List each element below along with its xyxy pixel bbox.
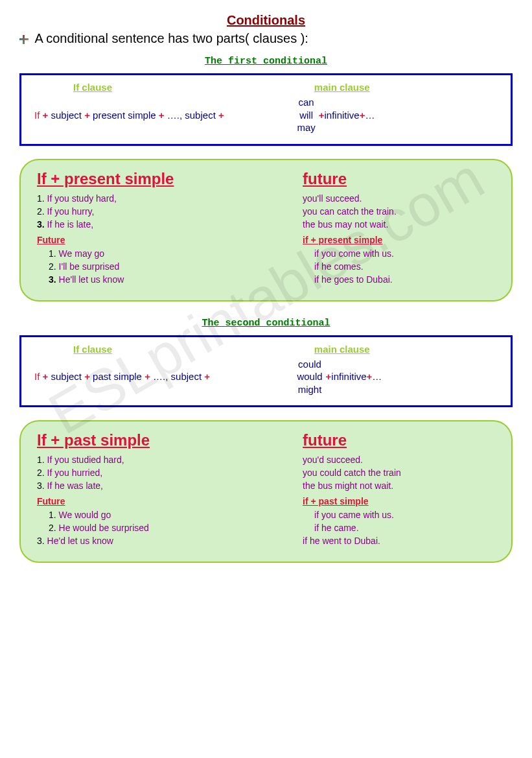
example-head-left: If + present simple — [37, 170, 303, 188]
intro-text: A conditional sentence has two parts( cl… — [34, 31, 308, 45]
row-num: 2. — [37, 468, 45, 478]
row-left: I'll be surprised — [59, 261, 120, 272]
formula-headers: If clause main clause — [34, 82, 498, 93]
modal-may: may — [297, 121, 315, 134]
example-head-right: future — [303, 170, 347, 188]
if-clause-label: If clause — [34, 344, 314, 355]
example-head-right: future — [303, 431, 347, 449]
row-right: if he came. — [314, 523, 358, 533]
modal-would: would — [297, 370, 322, 383]
plus-icon: + — [84, 110, 93, 121]
example-row: 3. He'll let us know if he goes to Dubai… — [37, 274, 495, 285]
row-right: you could catch the train — [303, 468, 401, 478]
formula-ellipsis: …., — [153, 371, 168, 382]
modal-can: can — [298, 96, 314, 109]
row-right: you'll succeed. — [303, 193, 362, 204]
formula-infinitive: infinitive — [331, 371, 366, 382]
section-heading-first: The first conditional — [19, 56, 513, 67]
row-left: If he was late, — [47, 480, 103, 491]
formula-headers: If clause main clause — [34, 344, 498, 355]
row-right: you can catch the train. — [303, 206, 397, 217]
formula-box-second: If clause main clause If + subject + pas… — [19, 335, 513, 408]
main-clause-label: main clause — [314, 82, 370, 93]
main-clause-label: main clause — [314, 344, 370, 355]
row-right: if you came with us. — [314, 510, 394, 520]
plus-icon: + — [159, 110, 167, 121]
row-num: 2. — [49, 523, 56, 533]
row-right: if he comes. — [314, 261, 363, 272]
row-left: He'll let us know — [59, 274, 124, 285]
page-title: Conditionals — [19, 13, 513, 28]
row-right: if he goes to Dubai. — [314, 274, 393, 285]
modal-might: might — [298, 383, 322, 396]
example-head-left: If + past simple — [37, 431, 303, 449]
example-headers: If + present simple future — [37, 170, 495, 188]
plus-icon: + — [43, 371, 51, 382]
formula-tense: present simple — [93, 110, 156, 121]
formula-infinitive: infinitive — [325, 110, 360, 121]
row-left: We may go — [59, 248, 105, 259]
example-row: 2. I'll be surprised if he comes. — [37, 261, 495, 272]
example-box-second: If + past simple future 1. If you studie… — [19, 420, 513, 563]
formula-subject2: subject — [171, 371, 202, 382]
example-row: 1. We would go if you came with us. — [37, 510, 495, 520]
row-right: the bus may not wait. — [303, 219, 388, 230]
example-row: 1. We may go if you come with us. — [37, 248, 495, 259]
formula-tense: past simple — [93, 371, 142, 382]
plus-icon: + — [204, 371, 210, 382]
formula-line: If + subject + present simple + …., subj… — [34, 96, 498, 134]
plus-icon: + — [145, 371, 153, 382]
row-right: if he went to Dubai. — [303, 536, 380, 546]
formula-subject: subject — [51, 371, 82, 382]
bullet-icon — [19, 35, 29, 44]
example-row: 3. He'd let us know if he went to Dubai. — [37, 536, 495, 546]
formula-subject: subject — [51, 110, 82, 121]
example-row: 3. If he was late, the bus might not wai… — [37, 480, 495, 491]
plus-icon: + — [326, 371, 332, 382]
row-num: 3. — [37, 219, 45, 230]
row-left: He would be surprised — [59, 523, 149, 533]
row-num: 2. — [37, 206, 45, 217]
formula-box-first: If clause main clause If + subject + pre… — [19, 73, 513, 146]
sub-head-left: Future — [37, 496, 303, 506]
example-row: 3. If he is late, the bus may not wait. — [37, 219, 495, 230]
intro-line: A conditional sentence has two parts( cl… — [19, 31, 513, 46]
formula-if: If — [34, 371, 40, 382]
example-row: 2. If you hurried, you could catch the t… — [37, 468, 495, 478]
example-row: 1. If you studied hard, you'd succeed. — [37, 455, 495, 465]
row-num: 3. — [49, 274, 56, 285]
formula-ellipsis: …., — [167, 110, 182, 121]
modal-stack: can will may — [297, 96, 315, 134]
row-num: 3. — [37, 480, 45, 491]
example-headers: If + past simple future — [37, 431, 495, 449]
row-num: 1. — [49, 510, 56, 520]
formula-subject2: subject — [185, 110, 216, 121]
section-heading-second: The second conditional — [19, 318, 513, 329]
plus-icon: + — [319, 110, 325, 121]
row-num: 1. — [37, 193, 45, 204]
sub-head-left: Future — [37, 235, 303, 245]
formula-trail: … — [365, 110, 375, 121]
if-clause-label: If clause — [34, 82, 314, 93]
row-left: If you hurry, — [47, 206, 95, 217]
plus-icon: + — [360, 110, 365, 121]
row-left: If you studied hard, — [47, 455, 124, 465]
sub-headers: Future if + present simple — [37, 235, 495, 245]
example-row: 2. He would be surprised if he came. — [37, 523, 495, 533]
sub-head-right: if + present simple — [303, 235, 382, 245]
formula-if: If — [34, 110, 40, 121]
example-box-first: If + present simple future 1. If you stu… — [19, 159, 513, 302]
row-left: If he is late, — [47, 219, 94, 230]
modal-could: could — [298, 358, 321, 371]
sub-head-right: if + past simple — [303, 496, 369, 506]
row-num: 1. — [37, 455, 45, 465]
row-num: 2. — [49, 261, 56, 272]
example-row: 2. If you hurry, you can catch the train… — [37, 206, 495, 217]
row-left: He'd let us know — [47, 536, 113, 546]
row-left: If you study hard, — [47, 193, 117, 204]
row-left: We would go — [59, 510, 111, 520]
plus-icon: + — [218, 110, 224, 121]
row-left: If you hurried, — [47, 468, 103, 478]
modal-will: will — [299, 109, 313, 122]
plus-icon: + — [43, 110, 51, 121]
